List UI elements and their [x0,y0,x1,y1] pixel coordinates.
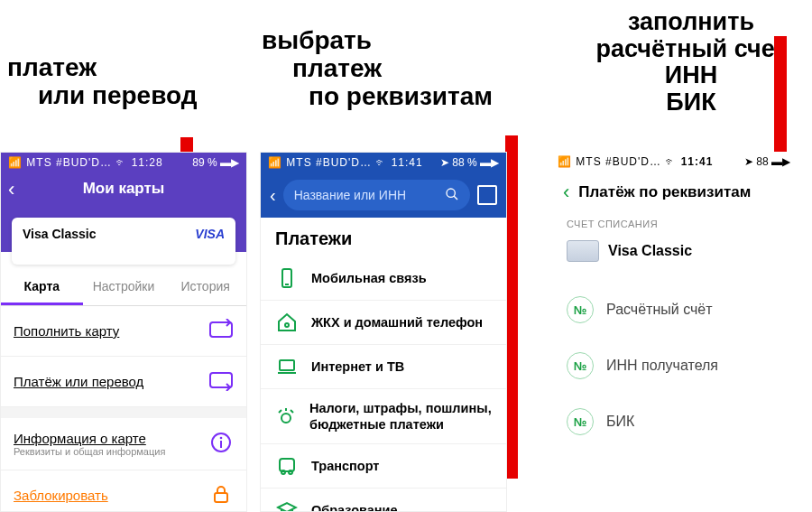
status-left: 📶 MTS #BUD'D… ᯤ 11:28 [8,156,163,169]
number-badge-icon: № [567,352,594,379]
field-account-number[interactable]: № Расчётный счёт [550,282,798,338]
item-transport[interactable]: Транспорт [261,444,506,489]
svg-point-6 [447,189,455,197]
status-right: 89 % ▬▶ [192,156,239,169]
row-payment-transfer[interactable]: Платёж или перевод [1,357,246,407]
field-inn[interactable]: № ИНН получателя [550,338,798,394]
svg-rect-10 [280,360,294,370]
signal-icon: 📶 [8,156,23,169]
caption-step-2: выбратьплатежпо реквизитам [262,27,493,110]
search-icon [445,187,459,204]
signal-icon: 📶 [268,156,282,169]
tab-history[interactable]: История [164,270,246,305]
header: ‹ Мои карты Visa Classic VISA [1,172,246,252]
number-badge-icon: № [567,408,594,435]
svg-rect-12 [280,459,294,471]
laptop-icon [275,356,299,377]
wifi-icon: ᯤ [375,156,387,169]
row-block[interactable]: Заблокировать [1,470,246,512]
location-icon: ➤ [440,156,449,169]
battery-icon: ▬▶ [480,156,499,169]
alert-icon [275,405,297,427]
header: ‹ Платёж по реквизитам [550,172,798,219]
back-button[interactable]: ‹ [563,181,569,204]
battery-icon: ▬▶ [220,156,239,169]
bus-icon [275,455,299,477]
status-bar: 📶 MTS #BUD'D… ᯤ 11:41 ➤ 88 ▬▶ [550,152,798,172]
wifi-icon: ᯤ [665,155,677,168]
qr-scan-icon[interactable] [477,185,497,205]
debit-account[interactable]: Visa Classic [550,235,798,282]
caption-step-1: платежили перевод [7,54,198,110]
page-title: Платёж по реквизитам [578,183,751,201]
signal-icon: 📶 [558,155,572,168]
search-bar: ‹ Название или ИНН [261,172,506,218]
row-card-info[interactable]: Информация о карте Реквизиты и общая инф… [1,418,246,470]
payments-heading: Платежи [261,218,506,256]
section-label: СЧЕТ СПИСАНИЯ [550,219,798,235]
tab-card[interactable]: Карта [1,270,83,305]
transfer-icon [208,369,234,394]
card-name: Visa Classic [23,227,96,241]
svg-point-11 [281,414,291,423]
card-thumb-icon [567,240,599,262]
phone-screen-2: 📶 MTS #BUD'D… ᯤ 11:41 ➤ 88 % ▬▶ ‹ Назван… [260,152,507,512]
back-button[interactable]: ‹ [270,185,276,206]
search-input[interactable]: Название или ИНН [283,180,470,210]
separator [1,407,246,418]
svg-point-3 [220,437,223,440]
item-internet-tv[interactable]: Интернет и ТВ [261,345,506,389]
tabs: Карта Настройки История [1,270,246,306]
phone-screen-1: 📶 MTS #BUD'D… ᯤ 11:28 89 % ▬▶ ‹ Мои карт… [0,152,247,512]
item-mobile[interactable]: Мобильная связь [261,256,506,301]
info-icon [208,432,234,456]
row-topup[interactable]: Пополнить карту [1,306,246,357]
home-phone-icon [275,312,299,333]
caption-step-3: заполнитьрасчётный счетИННБИК [574,9,808,116]
location-icon: ➤ [744,155,753,168]
svg-rect-4 [220,441,222,448]
tab-settings[interactable]: Настройки [83,270,165,305]
status-bar: 📶 MTS #BUD'D… ᯤ 11:28 89 % ▬▶ [1,153,246,172]
item-education[interactable]: Образование [261,489,506,512]
status-bar: 📶 MTS #BUD'D… ᯤ 11:41 ➤ 88 % ▬▶ [261,153,506,172]
item-taxes[interactable]: Налоги, штрафы, пошлины, бюджетные плате… [261,389,506,444]
number-badge-icon: № [567,296,594,323]
annotation-bar-2 [505,135,518,479]
card-tile[interactable]: Visa Classic VISA [12,218,235,265]
visa-logo: VISA [195,227,225,241]
svg-point-9 [285,323,289,327]
field-bik[interactable]: № БИК [550,394,798,450]
battery-icon: ▬▶ [771,155,790,168]
account-name: Visa Classic [608,243,692,259]
svg-rect-5 [215,493,227,502]
education-icon [275,499,299,512]
lock-icon [208,483,234,507]
item-utilities[interactable]: ЖКХ и домашний телефон [261,301,506,345]
mobile-icon [275,267,299,289]
wifi-icon: ᯤ [115,156,127,169]
page-title: Мои карты [1,180,246,198]
topup-icon [208,319,234,343]
phone-screen-3: 📶 MTS #BUD'D… ᯤ 11:41 ➤ 88 ▬▶ ‹ Платёж п… [550,152,798,512]
